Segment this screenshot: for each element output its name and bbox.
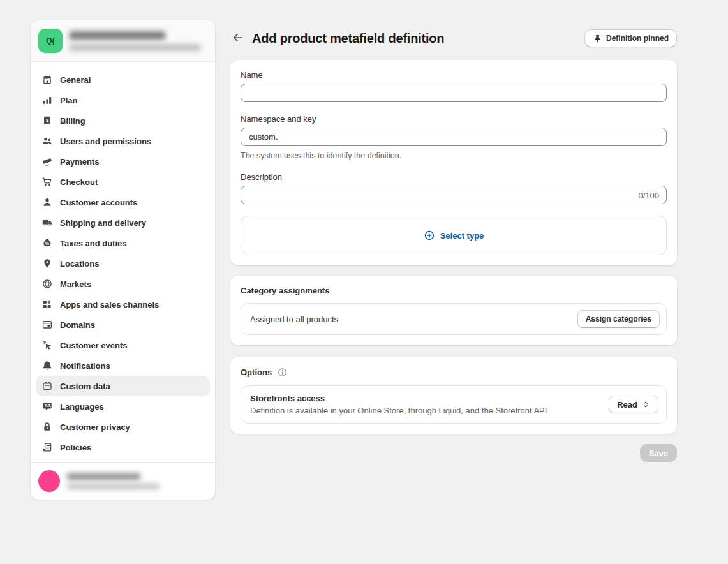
user-avatar — [38, 470, 60, 492]
policies-icon — [41, 441, 54, 454]
sidebar-item-label: Users and permissions — [60, 137, 151, 146]
location-pin-icon — [41, 257, 54, 270]
assignment-status-text: Assigned to all products — [250, 315, 338, 324]
name-label: Name — [241, 70, 667, 80]
custom-data-icon — [41, 380, 54, 392]
select-type-button[interactable]: Select type — [241, 216, 667, 255]
storefronts-access-description: Definition is available in your Online S… — [250, 406, 547, 415]
sidebar-item-apps-and-sales-channels[interactable]: Apps and sales channels — [36, 294, 210, 315]
sidebar-item-label: Markets — [60, 279, 91, 289]
store-domain-redacted — [70, 44, 200, 51]
languages-icon: A — [41, 400, 54, 413]
definition-pinned-label: Definition pinned — [606, 34, 669, 43]
cursor-click-icon — [41, 339, 54, 352]
store-name-redacted — [70, 31, 165, 40]
sidebar-item-users-and-permissions[interactable]: Users and permissions — [36, 131, 210, 151]
truck-icon — [41, 216, 54, 229]
sidebar-item-label: Policies — [60, 443, 91, 452]
sidebar-item-taxes-and-duties[interactable]: % Taxes and duties — [36, 233, 210, 253]
settings-nav: General Plan $ Billing Users and permiss… — [31, 62, 215, 461]
sidebar-item-label: Billing — [60, 116, 85, 126]
category-assignments-card: Category assignments Assigned to all pro… — [230, 276, 677, 345]
bell-icon — [41, 359, 54, 372]
payments-icon — [41, 155, 54, 168]
sidebar-item-customer-events[interactable]: Customer events — [36, 335, 210, 355]
info-icon[interactable] — [277, 367, 288, 378]
sidebar-item-label: Custom data — [60, 382, 110, 391]
sidebar-item-general[interactable]: General — [36, 70, 210, 90]
sidebar-item-policies[interactable]: Policies — [36, 437, 210, 457]
access-value: Read — [617, 400, 637, 410]
namespace-label: Namespace and key — [241, 114, 667, 124]
description-field-group: Description 0/100 — [241, 172, 667, 204]
sidebar-item-custom-data[interactable]: Custom data — [36, 376, 210, 396]
store-icon — [41, 73, 54, 86]
cart-icon — [41, 175, 54, 188]
sidebar-item-domains[interactable]: Domains — [36, 315, 210, 335]
page-header: Add product metafield definition Definit… — [230, 28, 677, 48]
svg-text:A: A — [45, 403, 48, 408]
storefronts-access-title: Storefronts access — [250, 394, 547, 403]
assign-categories-label: Assign categories — [586, 315, 651, 323]
sidebar-item-languages[interactable]: A Languages — [36, 396, 210, 417]
settings-sidebar: Q( General Plan $ Billing Users and perm… — [31, 20, 215, 500]
taxes-icon: % — [41, 237, 54, 249]
sidebar-item-label: Taxes and duties — [60, 239, 127, 248]
lock-icon — [41, 420, 54, 433]
globe-icon — [41, 278, 54, 290]
sidebar-item-customer-privacy[interactable]: Customer privacy — [36, 417, 210, 437]
sidebar-item-label: Payments — [60, 157, 99, 167]
person-icon — [41, 196, 54, 209]
user-name-redacted — [67, 473, 140, 480]
description-input[interactable] — [241, 186, 667, 204]
user-email-redacted — [67, 484, 160, 489]
sidebar-item-label: Customer events — [60, 341, 127, 350]
sidebar-item-label: Plan — [60, 96, 77, 105]
definition-pinned-button[interactable]: Definition pinned — [584, 29, 677, 47]
back-button[interactable] — [230, 31, 246, 46]
options-card: Options Storefronts access Definition is… — [230, 357, 677, 434]
sidebar-item-label: Languages — [60, 402, 104, 412]
plus-circle-icon — [424, 230, 435, 241]
page-title: Add product metafield definition — [252, 31, 444, 46]
name-input[interactable] — [241, 84, 667, 102]
domains-icon — [41, 318, 54, 331]
sidebar-item-label: Apps and sales channels — [60, 300, 159, 309]
sidebar-item-label: Customer privacy — [60, 422, 130, 432]
user-footer — [31, 462, 215, 500]
plan-icon — [41, 94, 54, 107]
settings-page: Q( General Plan $ Billing Users and perm… — [0, 0, 728, 500]
svg-text:%: % — [45, 241, 50, 246]
save-button[interactable]: Save — [640, 444, 677, 462]
namespace-input[interactable] — [241, 128, 667, 146]
sidebar-item-notifications[interactable]: Notifications — [36, 355, 210, 376]
svg-text:$: $ — [46, 117, 49, 123]
up-down-caret-icon — [641, 400, 650, 409]
save-row: Save — [230, 444, 677, 462]
storefronts-access-text: Storefronts access Definition is availab… — [250, 394, 547, 415]
sidebar-item-label: General — [60, 75, 91, 85]
sidebar-item-billing[interactable]: $ Billing — [36, 110, 210, 131]
sidebar-item-plan[interactable]: Plan — [36, 90, 210, 110]
sidebar-item-label: Notifications — [60, 361, 110, 371]
storefront-access-select[interactable]: Read — [609, 396, 658, 413]
sidebar-item-checkout[interactable]: Checkout — [36, 172, 210, 192]
namespace-field-group: Namespace and key The system uses this t… — [241, 114, 667, 160]
options-heading: Options — [241, 367, 272, 377]
sidebar-item-label: Checkout — [60, 177, 98, 187]
pin-icon — [593, 34, 602, 43]
sidebar-item-shipping-and-delivery[interactable]: Shipping and delivery — [36, 212, 210, 233]
store-identity-redacted — [70, 31, 200, 51]
back-arrow-icon — [232, 31, 244, 46]
sidebar-item-locations[interactable]: Locations — [36, 253, 210, 274]
billing-icon: $ — [41, 114, 54, 127]
sidebar-item-markets[interactable]: Markets — [36, 274, 210, 294]
assign-categories-button[interactable]: Assign categories — [577, 310, 660, 328]
users-icon — [41, 135, 54, 147]
sidebar-item-customer-accounts[interactable]: Customer accounts — [36, 192, 210, 212]
sidebar-item-label: Customer accounts — [60, 198, 137, 207]
namespace-help-text: The system uses this to identify the def… — [241, 151, 667, 160]
sidebar-item-payments[interactable]: Payments — [36, 151, 210, 172]
definition-form-card: Name Namespace and key The system uses t… — [230, 60, 677, 265]
storefronts-access-row: Storefronts access Definition is availab… — [241, 385, 667, 424]
